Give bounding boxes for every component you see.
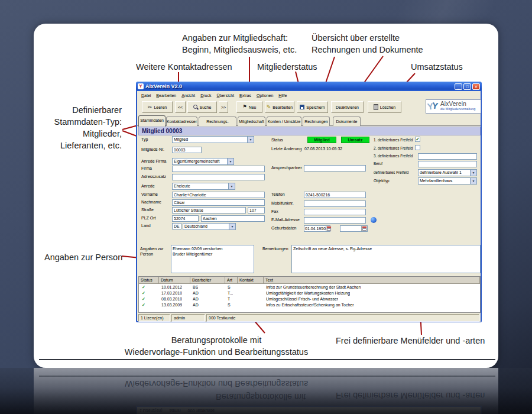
- anrede-dropdown[interactable]: Eheleute▼: [172, 183, 235, 190]
- beruf-label: Beruf: [374, 161, 382, 166]
- typ-label: Typ: [141, 137, 148, 141]
- bemerkungen-textarea[interactable]: Zeitschrift an neue Adresse, s. Rg-Adres…: [291, 245, 481, 273]
- tab-rechnungs-adresse[interactable]: Rechnungs-Adresse: [199, 117, 236, 126]
- app-icon: Y: [138, 83, 144, 89]
- objekttyp-dropdown[interactable]: Mehrfamilienhaus▼: [418, 177, 477, 185]
- cell-art: S: [228, 284, 231, 290]
- scissors-icon: ✂: [148, 105, 153, 110]
- hausnummer-input[interactable]: [248, 207, 265, 214]
- column-header-bearbeiter[interactable]: Bearbeiter: [190, 277, 225, 284]
- column-header-status[interactable]: Status: [139, 277, 159, 284]
- menu-ansicht[interactable]: Ansicht: [181, 93, 195, 98]
- plz-input[interactable]: [172, 215, 199, 222]
- minimize-button[interactable]: _: [455, 83, 462, 90]
- column-header-kontakt[interactable]: Kontakt: [238, 277, 264, 284]
- geburtsdatum-field[interactable]: 01.04.1950: [304, 225, 330, 232]
- tab-rechnungen[interactable]: Rechnungen: [303, 117, 330, 126]
- freifeld-auswahl-dropdown[interactable]: definierbare Auswahl 1▼: [418, 169, 477, 176]
- adresszusatz-input[interactable]: [172, 174, 265, 180]
- close-button[interactable]: ✕: [472, 83, 480, 90]
- fax-input[interactable]: [304, 209, 366, 215]
- nachname-input[interactable]: [172, 199, 265, 206]
- vorname-input[interactable]: [172, 192, 265, 198]
- speichern-button[interactable]: Speichern: [297, 101, 328, 113]
- table-row[interactable]: ✓ 17.03.2010 AD T... Umlagefähigkeit der…: [139, 290, 480, 296]
- table-row[interactable]: ✓ 10.01.2012 BS S Infos zur Grundsteuerb…: [139, 284, 480, 290]
- maximize-button[interactable]: □: [463, 83, 471, 90]
- tab-mitgliedschaft[interactable]: Mitgliedschaft: [238, 117, 265, 126]
- previous-record-button[interactable]: <<: [175, 101, 186, 113]
- menu-uebersicht[interactable]: Übersicht: [217, 93, 235, 98]
- chevron-down-icon[interactable]: ▼: [247, 137, 254, 143]
- ansprechpartner-input[interactable]: [304, 165, 366, 172]
- angaben-person-textarea[interactable]: Ehemann 02/09 verstorben Bruder Miteigen…: [171, 245, 254, 273]
- table-row[interactable]: ✓ 08.03.2010 AD T Umlageschlüssel Frisch…: [139, 296, 480, 302]
- typ-dropdown[interactable]: Mitglied▼: [172, 136, 254, 143]
- bearbeiten-button[interactable]: ✎Bearbeiten: [265, 101, 294, 113]
- chevron-down-icon[interactable]: ▼: [229, 224, 235, 229]
- menu-datei[interactable]: Datei: [141, 93, 151, 98]
- date-value: 01.04.1950: [304, 226, 326, 231]
- annotation-line-text: Beginn, Mitgliedsausweis, etc.: [182, 44, 297, 56]
- geburtsdatum2-field[interactable]: [340, 225, 368, 232]
- chevron-down-icon[interactable]: ▼: [470, 178, 476, 184]
- table-row[interactable]: ✓ 13.03.2009 AD S Infos zu Erbschaftsste…: [139, 302, 480, 308]
- strasse-input[interactable]: [172, 207, 246, 214]
- date-value: [340, 226, 361, 231]
- mitglieds-nr-input[interactable]: [172, 147, 202, 153]
- card-bottom-separator: [39, 359, 495, 360]
- chevron-down-icon[interactable]: ▼: [227, 159, 233, 164]
- next-record-button[interactable]: >>: [219, 101, 228, 113]
- cell-datum: 17.03.2010: [161, 290, 182, 296]
- page-background: Definierbarer Stammdaten-Typ: Mitglieder…: [0, 0, 532, 414]
- tab-kontaktadressen[interactable]: Kontaktadressen: [166, 117, 197, 126]
- logo-people-icon: YY: [427, 101, 440, 112]
- column-header-text[interactable]: Text: [264, 277, 480, 284]
- mobilfunk-input[interactable]: [304, 200, 366, 207]
- protocol-table: Status Datum Bearbeiter Art Kontakt Text…: [138, 276, 481, 313]
- tab-stammdaten[interactable]: Stammdaten: [138, 115, 166, 127]
- annotation-mitgliedschaft: Angaben zur Mitgliedschaft: Beginn, Mitg…: [182, 32, 297, 56]
- beruf-input[interactable]: [418, 161, 477, 167]
- land-dropdown[interactable]: Deutschland▼: [183, 223, 236, 230]
- email-input[interactable]: [304, 217, 366, 224]
- menu-optionen[interactable]: Optionen: [257, 93, 273, 98]
- reflection-overlay: [0, 368, 532, 414]
- land-code-input[interactable]: [172, 223, 181, 229]
- calendar-icon[interactable]: [361, 226, 367, 231]
- table-header: Status Datum Bearbeiter Art Kontakt Text: [139, 277, 480, 284]
- menu-druck[interactable]: Druck: [200, 93, 211, 98]
- logo-tagline: die Mitgliederverwaltung: [440, 106, 475, 112]
- tab-dokumente[interactable]: Dokumente: [333, 117, 361, 126]
- menu-bearbeiten[interactable]: Bearbeiten: [156, 93, 176, 98]
- strasse-label: Straße: [141, 208, 154, 212]
- suche-button[interactable]: Suche: [187, 101, 217, 113]
- dropdown-value: Eigentümergemeinschaft: [173, 159, 227, 164]
- tab-konten-umsaetze[interactable]: Konten / Umsätze: [267, 117, 301, 126]
- ort-input[interactable]: [201, 215, 265, 222]
- chevron-down-icon[interactable]: ▼: [470, 170, 476, 176]
- column-header-datum[interactable]: Datum: [159, 277, 190, 284]
- column-header-art[interactable]: Art: [225, 277, 238, 284]
- menu-extras[interactable]: Extras: [239, 93, 251, 98]
- neu-button[interactable]: ⚑Neu: [236, 101, 262, 113]
- freifeld1-checkbox[interactable]: ✓: [415, 137, 420, 142]
- anrede-firma-dropdown[interactable]: Eigentümergemeinschaft▼: [172, 158, 234, 165]
- menu-hilfe[interactable]: Hilfe: [278, 93, 287, 98]
- window-titlebar[interactable]: Y AixVerein V2.0 _ □ ✕: [136, 82, 482, 91]
- calendar-icon[interactable]: [326, 226, 332, 231]
- freifeld2-checkbox[interactable]: [415, 145, 420, 150]
- cell-bearbeiter: AD: [193, 296, 199, 302]
- annotation-line-text: Angaben zur Mitgliedschaft:: [182, 32, 297, 44]
- button-label: Bearbeiten: [273, 105, 293, 109]
- deaktivieren-button[interactable]: Deaktivieren: [331, 101, 364, 113]
- annotation-line-text: Lieferanten, etc.: [35, 140, 122, 151]
- freifeld3-input[interactable]: [418, 153, 477, 160]
- www-globe-icon[interactable]: [371, 217, 377, 223]
- firma-input[interactable]: [172, 166, 265, 172]
- leeren-button[interactable]: ✂Leeren: [142, 101, 173, 113]
- telefon-input[interactable]: [304, 192, 366, 198]
- chevron-down-icon[interactable]: ▼: [228, 183, 235, 189]
- loeschen-button[interactable]: Löschen: [368, 101, 401, 113]
- status-check-icon: ✓: [142, 284, 145, 290]
